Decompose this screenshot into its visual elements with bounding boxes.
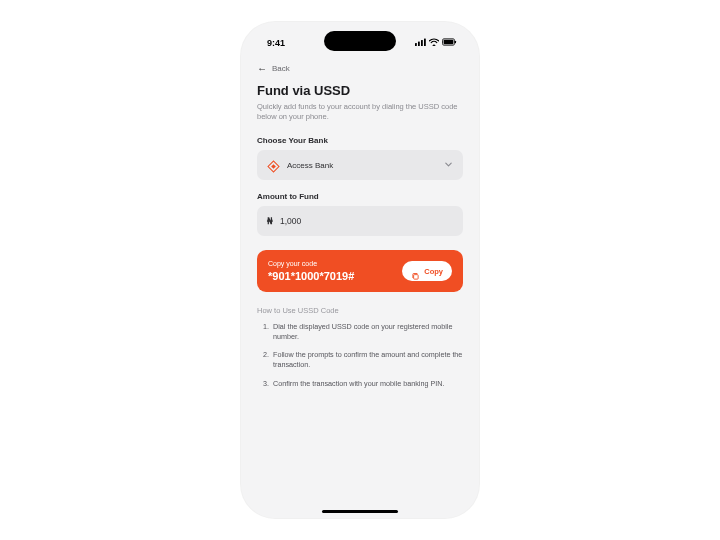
amount-value: 1,000 [280, 216, 301, 226]
step-number: 3. [263, 379, 269, 389]
ussd-code-value: *901*1000*7019# [268, 270, 354, 282]
back-label: Back [272, 64, 290, 73]
copy-icon [411, 267, 420, 276]
cellular-signal-icon [415, 38, 426, 48]
page-title: Fund via USSD [257, 83, 463, 98]
bank-field-label: Choose Your Bank [257, 136, 463, 145]
arrow-left-icon [257, 65, 267, 73]
svg-rect-9 [414, 274, 419, 279]
howto-heading: How to Use USSD Code [257, 306, 463, 315]
page-subtitle: Quickly add funds to your account by dia… [257, 102, 463, 122]
svg-rect-1 [418, 42, 420, 47]
copy-button-label: Copy [424, 267, 443, 276]
amount-input[interactable]: ₦ 1,000 [257, 206, 463, 236]
svg-rect-0 [415, 43, 417, 46]
back-button[interactable]: Back [257, 64, 463, 73]
bank-select[interactable]: Access Bank [257, 150, 463, 180]
access-bank-logo-icon [267, 159, 280, 172]
svg-rect-5 [444, 40, 454, 44]
bank-selected-value: Access Bank [287, 161, 437, 170]
copy-button[interactable]: Copy [402, 261, 452, 281]
step-text: Confirm the transaction with your mobile… [273, 379, 444, 389]
svg-rect-3 [424, 39, 426, 47]
step-number: 1. [263, 322, 269, 342]
battery-icon [442, 38, 457, 48]
step-text: Dial the displayed USSD code on your reg… [273, 322, 463, 342]
howto-step: 1. Dial the displayed USSD code on your … [257, 322, 463, 342]
ussd-code-card: Copy your code *901*1000*7019# Copy [257, 250, 463, 292]
code-label: Copy your code [268, 260, 354, 267]
svg-rect-2 [421, 40, 423, 46]
currency-icon: ₦ [267, 216, 273, 226]
howto-step: 2. Follow the prompts to confirm the amo… [257, 350, 463, 370]
chevron-down-icon [444, 160, 453, 171]
phone-frame: 9:41 Back Fund via USSD Quickly add fund… [241, 22, 479, 518]
howto-step: 3. Confirm the transaction with your mob… [257, 379, 463, 389]
step-number: 2. [263, 350, 269, 370]
wifi-icon [429, 38, 439, 48]
screen-content: Back Fund via USSD Quickly add funds to … [241, 22, 479, 518]
home-indicator[interactable] [322, 510, 398, 513]
svg-rect-8 [271, 164, 276, 169]
amount-field-label: Amount to Fund [257, 192, 463, 201]
dynamic-island [324, 31, 396, 51]
svg-rect-6 [455, 41, 456, 43]
step-text: Follow the prompts to confirm the amount… [273, 350, 463, 370]
status-time: 9:41 [267, 38, 285, 48]
status-indicators [415, 38, 457, 48]
